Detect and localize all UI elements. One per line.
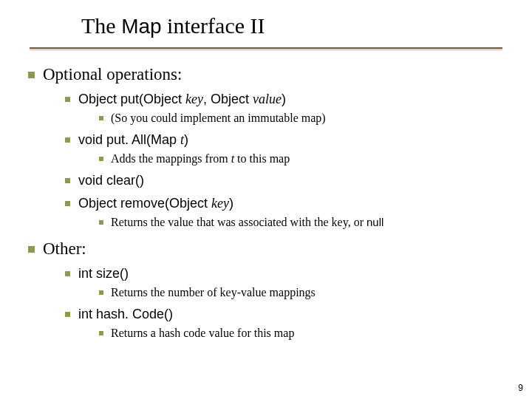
page-number: 9 <box>518 383 523 393</box>
bullet-icon <box>65 97 70 102</box>
note: Returns a hash code value for this map <box>111 327 502 340</box>
method-signature: void put. All(Map t) <box>78 132 188 147</box>
method-signature: Object put(Object key, Object value) <box>78 92 286 106</box>
item-putall: void put. All(Map t) Adds the mappings f… <box>78 132 502 166</box>
title-underline <box>30 47 502 49</box>
note-text: Returns a hash code value for this map <box>111 327 294 339</box>
title-mono: Map <box>121 15 161 38</box>
bullet-icon <box>99 331 103 335</box>
bullet-icon <box>65 312 70 317</box>
method-signature: void clear() <box>78 173 144 188</box>
slide-root: The Map interface II Optional operations… <box>0 0 532 399</box>
note: Adds the mappings from t to this map <box>111 152 502 166</box>
title-post: interface II <box>162 13 265 38</box>
title-pre: The <box>81 13 121 38</box>
item-put: Object put(Object key, Object value) (So… <box>78 92 502 125</box>
section-label: Other: <box>43 239 86 258</box>
bullet-icon <box>99 220 103 225</box>
method-signature: int size() <box>78 266 129 281</box>
bullet-icon <box>65 178 70 183</box>
slide-title: The Map interface II <box>81 13 502 38</box>
bullet-icon <box>65 137 70 143</box>
bullet-icon <box>99 290 103 295</box>
section-label: Optional operations: <box>43 65 182 83</box>
bullet-icon <box>28 246 35 253</box>
bullet-icon <box>28 72 35 78</box>
item-clear: void clear() <box>78 173 502 188</box>
item-hashcode: int hash. Code() Returns a hash code val… <box>78 307 502 340</box>
content-list: Optional operations: Object put(Object k… <box>30 65 502 340</box>
note-text: Returns the value that was associated wi… <box>111 216 383 228</box>
section-optional: Optional operations: Object put(Object k… <box>43 65 502 229</box>
note-text: Returns the number of key-value mappings <box>111 286 316 299</box>
item-size: int size() Returns the number of key-val… <box>78 266 502 299</box>
section-other: Other: int size() Returns the number of … <box>43 239 502 340</box>
item-remove: Object remove(Object key) Returns the va… <box>78 196 502 229</box>
note: (So you could implement an immutable map… <box>111 112 502 125</box>
note: Returns the value that was associated wi… <box>111 216 502 229</box>
bullet-icon <box>99 157 103 161</box>
method-signature: int hash. Code() <box>78 307 173 321</box>
bullet-icon <box>65 201 70 206</box>
note-text: Adds the mappings from t to this map <box>111 152 290 165</box>
bullet-icon <box>65 271 70 276</box>
bullet-icon <box>99 116 103 120</box>
note: Returns the number of key-value mappings <box>111 286 502 299</box>
note-text: (So you could implement an immutable map… <box>111 112 326 124</box>
method-signature: Object remove(Object key) <box>78 196 233 211</box>
